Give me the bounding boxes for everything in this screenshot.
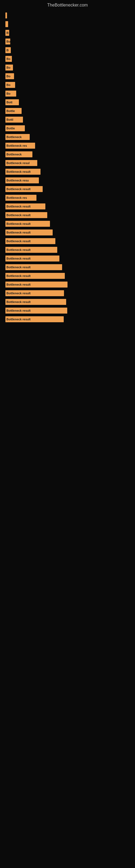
bar-label: Bottleneck result xyxy=(6,283,31,286)
bar-label: Bottleneck result xyxy=(6,205,31,208)
bar-label: Bo xyxy=(6,66,10,69)
bar-label: Bottleneck res xyxy=(6,144,27,147)
bar-row: Bottleneck result xyxy=(5,229,130,236)
bar: Bottleneck resul xyxy=(5,160,37,166)
bar-row: Bo xyxy=(5,38,130,45)
bars-container: BBoBBoBoBoBoBoBottBottleBottlBottleBottl… xyxy=(0,9,135,327)
bar-label: Bottleneck resul xyxy=(6,161,30,165)
bar-row: Bottle xyxy=(5,107,130,115)
bar-row xyxy=(5,20,130,28)
bar-label: B xyxy=(6,31,9,34)
bar: Bo xyxy=(5,82,15,88)
bar-row: Bo xyxy=(5,81,130,89)
site-title: TheBottlenecker.com xyxy=(0,0,135,9)
bar-row: Bottleneck res xyxy=(5,142,130,150)
bar: Bottleneck result xyxy=(5,255,59,261)
bar: Bottle xyxy=(5,125,25,131)
bar: Bottleneck xyxy=(5,151,32,157)
bar-row: Bottleneck result xyxy=(5,168,130,176)
bar-row: Bottleneck result xyxy=(5,289,130,297)
bar-row: Bottleneck result xyxy=(5,237,130,245)
bar: B xyxy=(5,30,9,36)
bar-row: Bottleneck result xyxy=(5,315,130,323)
bar-label: B xyxy=(6,49,9,52)
bar-row: Bottleneck result xyxy=(5,185,130,193)
bar-label: Bottleneck result xyxy=(6,274,31,278)
bar-label: Bottleneck xyxy=(6,153,21,156)
bar: Bottleneck result xyxy=(5,186,43,192)
bar-row: Bo xyxy=(5,90,130,97)
bar-row: Bo xyxy=(5,72,130,80)
bar-label: Bo xyxy=(6,83,10,87)
bar-label: Bottle xyxy=(6,127,15,130)
bar-label: Bottleneck result xyxy=(6,231,31,234)
bar: Bottleneck result xyxy=(5,264,62,270)
bar-row: Bo xyxy=(5,64,130,71)
bar-row: Bottleneck result xyxy=(5,203,130,210)
bar: Bottleneck result xyxy=(5,204,45,209)
bar: Bottleneck result xyxy=(5,282,68,287)
bar: Bottleneck resu xyxy=(5,177,39,183)
bar-label: Bo xyxy=(6,57,10,61)
bar: Bo xyxy=(5,65,13,70)
bar: Bottleneck xyxy=(5,134,30,140)
bar-row: B xyxy=(5,46,130,54)
bar-row: Bottleneck resul xyxy=(5,159,130,167)
bar-row: Bottleneck res xyxy=(5,194,130,202)
bar xyxy=(5,21,8,27)
bar-row: Bottleneck resu xyxy=(5,177,130,184)
bar-row: Bottleneck result xyxy=(5,220,130,227)
bar-label: Bottleneck result xyxy=(6,187,31,191)
bar: Bottleneck result xyxy=(5,273,65,279)
bar-label: Bottleneck resu xyxy=(6,179,29,182)
bar: Bottleneck result xyxy=(5,238,55,244)
bar-label: Bottleneck result xyxy=(6,214,31,217)
bar: Bottleneck result xyxy=(5,229,53,236)
bar-label: Bottleneck res xyxy=(6,196,27,199)
bar-label: Bottleneck result xyxy=(6,266,31,269)
bar-label: Bottle xyxy=(6,109,15,113)
bar-row: Bottleneck result xyxy=(5,307,130,314)
bar-row: B xyxy=(5,29,130,37)
bar-row: Bottleneck result xyxy=(5,246,130,254)
bar-label: Bo xyxy=(6,40,10,43)
bar: Bottleneck res xyxy=(5,195,37,201)
bar-label: Bottleneck result xyxy=(6,248,31,251)
bar-label: Bott xyxy=(6,101,12,104)
bar: Bottl xyxy=(5,117,23,123)
bar-label: Bottleneck result xyxy=(6,318,31,321)
bar-row: Bottleneck result xyxy=(5,272,130,280)
bar-row: Bottleneck xyxy=(5,151,130,158)
bar-row: Bottleneck result xyxy=(5,264,130,271)
bar: Bo xyxy=(5,91,16,97)
bar-row: Bottleneck result xyxy=(5,281,130,288)
bar: Bott xyxy=(5,99,19,105)
bar-row: Bott xyxy=(5,98,130,106)
bar-row: Bottleneck xyxy=(5,133,130,141)
bar: Bo xyxy=(5,73,14,79)
bar: Bottleneck result xyxy=(5,247,57,253)
bar: B xyxy=(5,47,11,53)
bar: Bottleneck result xyxy=(5,221,50,227)
bar-label: Bo xyxy=(6,92,10,95)
bar: Bottleneck result xyxy=(5,290,64,296)
bar-label: Bottleneck xyxy=(6,135,21,138)
bar-label: Bottleneck result xyxy=(6,222,31,225)
bar-label: Bottleneck result xyxy=(6,309,31,312)
bar: Bottle xyxy=(5,108,21,114)
bar-row: Bottleneck result xyxy=(5,255,130,262)
bar-row: Bottle xyxy=(5,124,130,132)
bar-row: Bottleneck result xyxy=(5,211,130,219)
bar-label: Bottleneck result xyxy=(6,291,31,295)
bar-label: Bottleneck result xyxy=(6,240,31,243)
bar-label: Bo xyxy=(6,74,10,78)
bar: Bo xyxy=(5,38,10,44)
bar-label: Bottleneck result xyxy=(6,170,31,173)
bar: Bo xyxy=(5,56,12,62)
bar: Bottleneck res xyxy=(5,143,35,149)
bar-label: Bottleneck result xyxy=(6,257,31,260)
bar: Bottleneck result xyxy=(5,316,64,322)
bar-row xyxy=(5,12,130,19)
bar-row: Bottl xyxy=(5,116,130,123)
bar: Bottleneck result xyxy=(5,308,67,314)
